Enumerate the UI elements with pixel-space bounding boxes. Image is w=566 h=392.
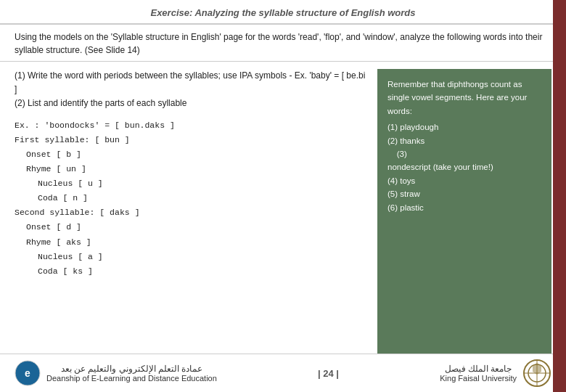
left-panel: (1) Write the word with periods between … xyxy=(15,69,370,354)
item-word: straw xyxy=(400,189,419,198)
info-box-intro: Remember that diphthongs count as single… xyxy=(387,78,541,118)
list-item: (3) xyxy=(387,147,541,160)
footer-english-label: Deanship of E-Learning and Distance Educ… xyxy=(46,374,217,383)
item-num: (1) xyxy=(387,123,398,131)
list-item: (6) plastic xyxy=(387,201,541,214)
item-num: (3) xyxy=(397,150,407,158)
footer-arabic-label: عمادة التعلم الإلكتروني والتعليم عن بعد … xyxy=(46,364,217,383)
rhyme1: Rhyme [ un ] xyxy=(15,162,370,176)
item-word: thanks xyxy=(400,136,424,145)
footer-left: e عمادة التعلم الإلكتروني والتعليم عن بع… xyxy=(15,360,217,386)
item-word: toys xyxy=(400,176,415,185)
footer-right: جامعة الملك فيصل King Faisal University xyxy=(440,359,551,388)
list-item: (2) thanks xyxy=(387,134,541,147)
coda1: Coda [ n ] xyxy=(15,191,370,205)
nucleus1: Nucleus [ u ] xyxy=(15,176,370,191)
item-num: (5) xyxy=(387,189,398,198)
info-box: Remember that diphthongs count as single… xyxy=(377,69,551,354)
header: Exercise: Analyzing the syllable structu… xyxy=(0,0,566,25)
intro-text: Using the models on the 'Syllable struct… xyxy=(15,32,542,55)
university-english: King Faisal University xyxy=(440,374,517,383)
accent-bar xyxy=(553,0,566,392)
footer-logo-icon: e xyxy=(15,360,41,386)
item-word: plastic xyxy=(400,203,424,212)
list-item: (4) toys xyxy=(387,174,541,187)
instruction-line2: (2) List and identify the parts of each … xyxy=(15,97,370,110)
example-block: Ex. : 'boondocks' = [ bun.daks ] First s… xyxy=(15,118,370,279)
nucleus2: Nucleus [ a ] xyxy=(15,250,370,264)
item-num: (2) xyxy=(387,136,398,145)
onset2: Onset [ d ] xyxy=(15,220,370,234)
list-item: (1) playdough xyxy=(387,121,541,134)
university-arabic: جامعة الملك فيصل xyxy=(440,364,517,374)
coda2: Coda [ ks ] xyxy=(15,264,370,279)
page-title: Exercise: Analyzing the syllable structu… xyxy=(150,7,415,18)
item-num: (6) xyxy=(387,203,398,212)
intro-section: Using the models on the 'Syllable struct… xyxy=(0,25,566,62)
page-wrapper: Exercise: Analyzing the syllable structu… xyxy=(0,0,566,392)
footer-arabic-text: عمادة التعلم الإلكتروني والتعليم عن بعد xyxy=(46,364,217,374)
first-syllable-label: First syllable: [ bun ] xyxy=(15,133,370,147)
main-content: (1) Write the word with periods between … xyxy=(0,62,566,354)
footer-university: جامعة الملك فيصل King Faisal University xyxy=(440,364,517,383)
instruction-line1: (1) Write the word with periods between … xyxy=(15,69,370,97)
onset1: Onset [ b ] xyxy=(15,147,370,162)
example-intro: Ex. : 'boondocks' = [ bun.daks ] xyxy=(15,118,370,133)
rhyme2: Rhyme [ aks ] xyxy=(15,235,370,250)
item-word: playdough xyxy=(400,123,438,131)
list-item: (5) straw xyxy=(387,187,541,200)
footer: e عمادة التعلم الإلكتروني والتعليم عن بع… xyxy=(0,354,566,392)
instructions: (1) Write the word with periods between … xyxy=(15,69,370,111)
item-num: (4) xyxy=(387,176,398,185)
university-logo-icon xyxy=(522,359,551,388)
list-item: nondescript (take your time!) xyxy=(387,160,541,173)
second-syllable-label: Second syllable: [ daks ] xyxy=(15,205,370,220)
word-list: (1) playdough (2) thanks (3) nondescript… xyxy=(387,121,541,214)
footer-page-number: | 24 | xyxy=(318,368,339,379)
svg-text:e: e xyxy=(25,367,30,379)
item-word: nondescript (take your time!) xyxy=(387,163,493,171)
